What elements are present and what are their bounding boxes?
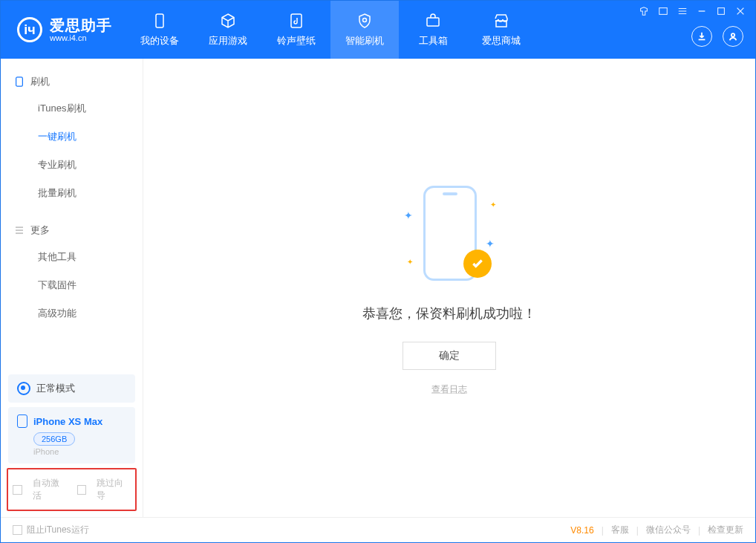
tab-flash[interactable]: 智能刷机 xyxy=(330,1,399,59)
device-box[interactable]: iPhone XS Max 256GB iPhone xyxy=(8,407,135,464)
app-window: iч 爱思助手 www.i4.cn 我的设备 应用游戏 铃声壁纸 智能刷机 xyxy=(0,0,756,543)
version-label: V8.16 xyxy=(570,525,593,536)
sidebar-item-itunes-flash[interactable]: iTunes刷机 xyxy=(1,94,143,123)
footer-right: V8.16 | 客服 | 微信公众号 | 检查更新 xyxy=(570,524,743,536)
sparkle-icon: ✦ xyxy=(404,209,413,221)
logo-icon: iч xyxy=(17,17,42,42)
highlight-annotation: 自动激活 跳过向导 xyxy=(7,468,137,511)
mode-icon xyxy=(17,382,30,395)
logo[interactable]: iч 爱思助手 www.i4.cn xyxy=(1,1,126,59)
success-message: 恭喜您，保资料刷机成功啦！ xyxy=(362,305,536,322)
tab-label: 应用游戏 xyxy=(209,34,247,48)
svg-rect-5 xyxy=(427,18,439,26)
minimize-button[interactable] xyxy=(697,6,707,16)
check-badge-icon xyxy=(463,250,492,278)
list-icon xyxy=(14,225,25,235)
device-icon xyxy=(151,12,169,30)
sidebar-item-other-tools[interactable]: 其他工具 xyxy=(1,243,143,271)
footer-left: 阻止iTunes运行 xyxy=(13,524,89,536)
success-illustration: ✦ ✦ ✦ ✦ xyxy=(394,180,505,291)
svg-rect-8 xyxy=(16,77,23,86)
cube-icon xyxy=(219,12,237,30)
music-icon xyxy=(287,12,305,30)
tab-my-device[interactable]: 我的设备 xyxy=(126,1,194,59)
checkbox-skip-guide[interactable] xyxy=(77,485,87,495)
sidebar-item-batch-flash[interactable]: 批量刷机 xyxy=(1,179,143,207)
svg-point-4 xyxy=(363,19,367,22)
group-head: 刷机 xyxy=(1,69,143,94)
close-button[interactable] xyxy=(735,6,746,16)
tab-label: 我的设备 xyxy=(140,34,179,48)
main-content: ✦ ✦ ✦ ✦ 恭喜您，保资料刷机成功啦！ 确定 查看日志 xyxy=(143,59,755,517)
svg-rect-2 xyxy=(156,14,163,27)
view-log-link[interactable]: 查看日志 xyxy=(431,383,467,396)
device-type: iPhone xyxy=(33,447,126,456)
footer-link-update[interactable]: 检查更新 xyxy=(708,524,743,536)
footer-link-wechat[interactable]: 微信公众号 xyxy=(646,524,691,536)
device-capacity: 256GB xyxy=(33,432,75,446)
store-icon xyxy=(492,12,510,30)
checkbox-label: 自动激活 xyxy=(33,477,67,502)
group-title: 更多 xyxy=(30,224,50,237)
sidebar-item-pro-flash[interactable]: 专业刷机 xyxy=(1,151,143,179)
menu-icon[interactable] xyxy=(677,6,688,16)
tab-label: 铃声壁纸 xyxy=(277,34,316,48)
sidebar-item-oneclick-flash[interactable]: 一键刷机 xyxy=(1,123,143,151)
sidebar-item-advanced[interactable]: 高级功能 xyxy=(1,299,143,328)
sidebar-item-download-firmware[interactable]: 下载固件 xyxy=(1,271,143,299)
download-button[interactable] xyxy=(691,26,712,47)
svg-point-7 xyxy=(731,33,734,36)
tab-store[interactable]: 爱思商城 xyxy=(467,1,535,59)
tab-label: 智能刷机 xyxy=(345,34,384,48)
window-controls xyxy=(639,6,746,16)
sparkle-icon: ✦ xyxy=(486,238,495,250)
checkbox-auto-activate[interactable] xyxy=(13,485,22,495)
sidebar-group-flash: 刷机 iTunes刷机 一键刷机 专业刷机 批量刷机 xyxy=(1,59,143,207)
tab-ringtones[interactable]: 铃声壁纸 xyxy=(262,1,330,59)
mode-box[interactable]: 正常模式 xyxy=(8,374,135,403)
toolbox-icon xyxy=(424,12,442,30)
svg-rect-1 xyxy=(718,8,725,15)
phone-icon xyxy=(17,414,27,428)
checkbox-label: 跳过向导 xyxy=(97,477,131,502)
device-small-icon xyxy=(14,77,25,87)
svg-rect-3 xyxy=(291,14,302,27)
tab-apps-games[interactable]: 应用游戏 xyxy=(194,1,262,59)
app-url: www.i4.cn xyxy=(50,33,112,42)
maximize-button[interactable] xyxy=(716,6,726,16)
footer-link-support[interactable]: 客服 xyxy=(611,524,629,536)
checkbox-row: 自动激活 跳过向导 xyxy=(8,469,135,510)
sparkle-icon: ✦ xyxy=(407,258,413,266)
block-itunes-label: 阻止iTunes运行 xyxy=(27,524,89,536)
shield-icon xyxy=(356,12,374,30)
checkbox-block-itunes[interactable] xyxy=(13,525,22,535)
tab-label: 工具箱 xyxy=(419,34,448,48)
body: 刷机 iTunes刷机 一键刷机 专业刷机 批量刷机 更多 其他工具 下载固件 … xyxy=(1,59,755,517)
user-button[interactable] xyxy=(723,26,743,47)
sidebar: 刷机 iTunes刷机 一键刷机 专业刷机 批量刷机 更多 其他工具 下载固件 … xyxy=(1,59,143,517)
mode-label: 正常模式 xyxy=(36,382,75,395)
ok-button[interactable]: 确定 xyxy=(403,342,496,370)
sidebar-bottom: 正常模式 iPhone XS Max 256GB iPhone 自动激活 xyxy=(1,370,143,517)
app-name: 爱思助手 xyxy=(50,17,112,33)
footer: 阻止iTunes运行 V8.16 | 客服 | 微信公众号 | 检查更新 xyxy=(1,517,755,542)
svg-rect-0 xyxy=(659,8,668,15)
main-tabs: 我的设备 应用游戏 铃声壁纸 智能刷机 工具箱 爱思商城 xyxy=(126,1,680,59)
sidebar-group-more: 更多 其他工具 下载固件 高级功能 xyxy=(1,207,143,328)
theme-icon[interactable] xyxy=(639,6,649,16)
group-title: 刷机 xyxy=(30,75,50,88)
skin-icon[interactable] xyxy=(658,6,668,16)
group-head: 更多 xyxy=(1,218,143,243)
tab-label: 爱思商城 xyxy=(482,34,521,48)
sparkle-icon: ✦ xyxy=(490,201,496,209)
tab-toolbox[interactable]: 工具箱 xyxy=(399,1,467,59)
device-name: iPhone XS Max xyxy=(33,416,102,427)
